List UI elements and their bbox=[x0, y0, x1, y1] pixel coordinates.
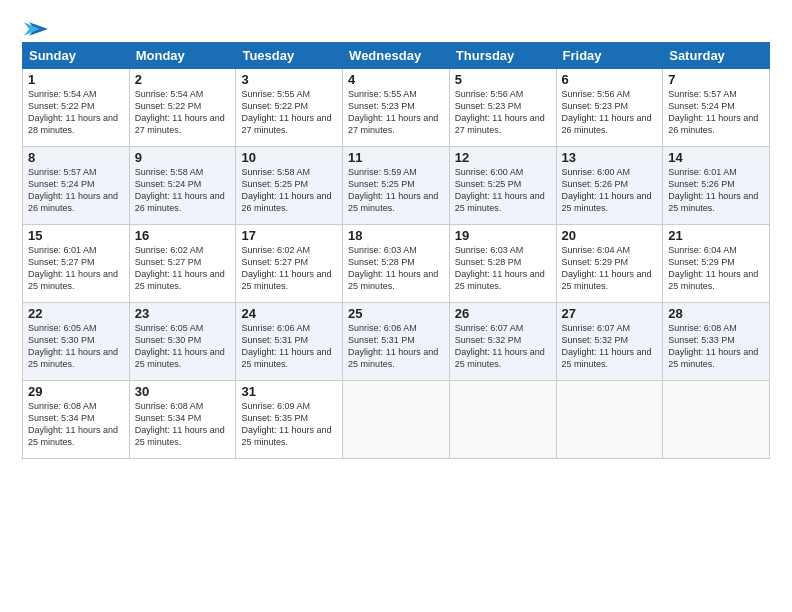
day-info: Sunrise: 5:59 AMSunset: 5:25 PMDaylight:… bbox=[348, 167, 438, 213]
day-number: 31 bbox=[241, 384, 337, 399]
day-info: Sunrise: 6:00 AMSunset: 5:25 PMDaylight:… bbox=[455, 167, 545, 213]
day-number: 29 bbox=[28, 384, 124, 399]
day-cell: 16Sunrise: 6:02 AMSunset: 5:27 PMDayligh… bbox=[129, 225, 236, 303]
day-cell: 1Sunrise: 5:54 AMSunset: 5:22 PMDaylight… bbox=[23, 69, 130, 147]
day-number: 14 bbox=[668, 150, 764, 165]
logo bbox=[22, 22, 48, 36]
day-cell: 20Sunrise: 6:04 AMSunset: 5:29 PMDayligh… bbox=[556, 225, 663, 303]
day-cell: 23Sunrise: 6:05 AMSunset: 5:30 PMDayligh… bbox=[129, 303, 236, 381]
day-cell: 13Sunrise: 6:00 AMSunset: 5:26 PMDayligh… bbox=[556, 147, 663, 225]
day-number: 23 bbox=[135, 306, 231, 321]
day-cell: 4Sunrise: 5:55 AMSunset: 5:23 PMDaylight… bbox=[343, 69, 450, 147]
day-info: Sunrise: 6:04 AMSunset: 5:29 PMDaylight:… bbox=[562, 245, 652, 291]
day-cell: 29Sunrise: 6:08 AMSunset: 5:34 PMDayligh… bbox=[23, 381, 130, 459]
calendar-table: SundayMondayTuesdayWednesdayThursdayFrid… bbox=[22, 42, 770, 459]
day-info: Sunrise: 5:54 AMSunset: 5:22 PMDaylight:… bbox=[28, 89, 118, 135]
day-number: 26 bbox=[455, 306, 551, 321]
header-row: SundayMondayTuesdayWednesdayThursdayFrid… bbox=[23, 43, 770, 69]
day-cell: 19Sunrise: 6:03 AMSunset: 5:28 PMDayligh… bbox=[449, 225, 556, 303]
day-number: 15 bbox=[28, 228, 124, 243]
day-number: 17 bbox=[241, 228, 337, 243]
day-info: Sunrise: 5:56 AMSunset: 5:23 PMDaylight:… bbox=[562, 89, 652, 135]
day-info: Sunrise: 6:03 AMSunset: 5:28 PMDaylight:… bbox=[348, 245, 438, 291]
day-info: Sunrise: 6:04 AMSunset: 5:29 PMDaylight:… bbox=[668, 245, 758, 291]
day-number: 7 bbox=[668, 72, 764, 87]
col-header-wednesday: Wednesday bbox=[343, 43, 450, 69]
day-number: 16 bbox=[135, 228, 231, 243]
day-info: Sunrise: 6:06 AMSunset: 5:31 PMDaylight:… bbox=[241, 323, 331, 369]
day-cell: 27Sunrise: 6:07 AMSunset: 5:32 PMDayligh… bbox=[556, 303, 663, 381]
day-number: 21 bbox=[668, 228, 764, 243]
day-cell: 7Sunrise: 5:57 AMSunset: 5:24 PMDaylight… bbox=[663, 69, 770, 147]
day-cell bbox=[343, 381, 450, 459]
day-info: Sunrise: 6:08 AMSunset: 5:34 PMDaylight:… bbox=[135, 401, 225, 447]
day-cell: 22Sunrise: 6:05 AMSunset: 5:30 PMDayligh… bbox=[23, 303, 130, 381]
day-info: Sunrise: 6:09 AMSunset: 5:35 PMDaylight:… bbox=[241, 401, 331, 447]
header bbox=[22, 18, 770, 36]
day-info: Sunrise: 6:08 AMSunset: 5:33 PMDaylight:… bbox=[668, 323, 758, 369]
day-number: 12 bbox=[455, 150, 551, 165]
day-number: 9 bbox=[135, 150, 231, 165]
day-cell: 17Sunrise: 6:02 AMSunset: 5:27 PMDayligh… bbox=[236, 225, 343, 303]
day-info: Sunrise: 5:55 AMSunset: 5:22 PMDaylight:… bbox=[241, 89, 331, 135]
week-row-3: 15Sunrise: 6:01 AMSunset: 5:27 PMDayligh… bbox=[23, 225, 770, 303]
day-cell bbox=[663, 381, 770, 459]
logo-icon bbox=[24, 22, 48, 36]
col-header-monday: Monday bbox=[129, 43, 236, 69]
week-row-5: 29Sunrise: 6:08 AMSunset: 5:34 PMDayligh… bbox=[23, 381, 770, 459]
day-info: Sunrise: 5:57 AMSunset: 5:24 PMDaylight:… bbox=[668, 89, 758, 135]
day-info: Sunrise: 6:01 AMSunset: 5:27 PMDaylight:… bbox=[28, 245, 118, 291]
day-number: 3 bbox=[241, 72, 337, 87]
day-number: 11 bbox=[348, 150, 444, 165]
week-row-1: 1Sunrise: 5:54 AMSunset: 5:22 PMDaylight… bbox=[23, 69, 770, 147]
day-number: 4 bbox=[348, 72, 444, 87]
day-cell: 5Sunrise: 5:56 AMSunset: 5:23 PMDaylight… bbox=[449, 69, 556, 147]
day-info: Sunrise: 6:08 AMSunset: 5:34 PMDaylight:… bbox=[28, 401, 118, 447]
day-cell: 26Sunrise: 6:07 AMSunset: 5:32 PMDayligh… bbox=[449, 303, 556, 381]
day-cell: 11Sunrise: 5:59 AMSunset: 5:25 PMDayligh… bbox=[343, 147, 450, 225]
day-info: Sunrise: 5:54 AMSunset: 5:22 PMDaylight:… bbox=[135, 89, 225, 135]
day-info: Sunrise: 5:58 AMSunset: 5:25 PMDaylight:… bbox=[241, 167, 331, 213]
col-header-thursday: Thursday bbox=[449, 43, 556, 69]
day-number: 25 bbox=[348, 306, 444, 321]
col-header-tuesday: Tuesday bbox=[236, 43, 343, 69]
day-number: 24 bbox=[241, 306, 337, 321]
day-number: 27 bbox=[562, 306, 658, 321]
day-cell bbox=[556, 381, 663, 459]
day-info: Sunrise: 5:55 AMSunset: 5:23 PMDaylight:… bbox=[348, 89, 438, 135]
day-cell: 3Sunrise: 5:55 AMSunset: 5:22 PMDaylight… bbox=[236, 69, 343, 147]
day-info: Sunrise: 6:05 AMSunset: 5:30 PMDaylight:… bbox=[135, 323, 225, 369]
day-number: 1 bbox=[28, 72, 124, 87]
col-header-saturday: Saturday bbox=[663, 43, 770, 69]
day-cell: 6Sunrise: 5:56 AMSunset: 5:23 PMDaylight… bbox=[556, 69, 663, 147]
day-info: Sunrise: 5:56 AMSunset: 5:23 PMDaylight:… bbox=[455, 89, 545, 135]
day-number: 20 bbox=[562, 228, 658, 243]
day-cell: 15Sunrise: 6:01 AMSunset: 5:27 PMDayligh… bbox=[23, 225, 130, 303]
day-cell: 9Sunrise: 5:58 AMSunset: 5:24 PMDaylight… bbox=[129, 147, 236, 225]
day-number: 10 bbox=[241, 150, 337, 165]
day-info: Sunrise: 6:06 AMSunset: 5:31 PMDaylight:… bbox=[348, 323, 438, 369]
day-cell: 30Sunrise: 6:08 AMSunset: 5:34 PMDayligh… bbox=[129, 381, 236, 459]
day-cell bbox=[449, 381, 556, 459]
day-info: Sunrise: 6:07 AMSunset: 5:32 PMDaylight:… bbox=[455, 323, 545, 369]
day-cell: 31Sunrise: 6:09 AMSunset: 5:35 PMDayligh… bbox=[236, 381, 343, 459]
col-header-sunday: Sunday bbox=[23, 43, 130, 69]
day-number: 18 bbox=[348, 228, 444, 243]
day-info: Sunrise: 6:01 AMSunset: 5:26 PMDaylight:… bbox=[668, 167, 758, 213]
day-cell: 28Sunrise: 6:08 AMSunset: 5:33 PMDayligh… bbox=[663, 303, 770, 381]
day-number: 28 bbox=[668, 306, 764, 321]
day-number: 30 bbox=[135, 384, 231, 399]
page: SundayMondayTuesdayWednesdayThursdayFrid… bbox=[0, 0, 792, 612]
day-cell: 12Sunrise: 6:00 AMSunset: 5:25 PMDayligh… bbox=[449, 147, 556, 225]
day-number: 19 bbox=[455, 228, 551, 243]
day-cell: 25Sunrise: 6:06 AMSunset: 5:31 PMDayligh… bbox=[343, 303, 450, 381]
day-cell: 21Sunrise: 6:04 AMSunset: 5:29 PMDayligh… bbox=[663, 225, 770, 303]
week-row-2: 8Sunrise: 5:57 AMSunset: 5:24 PMDaylight… bbox=[23, 147, 770, 225]
day-cell: 24Sunrise: 6:06 AMSunset: 5:31 PMDayligh… bbox=[236, 303, 343, 381]
week-row-4: 22Sunrise: 6:05 AMSunset: 5:30 PMDayligh… bbox=[23, 303, 770, 381]
day-info: Sunrise: 6:02 AMSunset: 5:27 PMDaylight:… bbox=[135, 245, 225, 291]
day-info: Sunrise: 6:02 AMSunset: 5:27 PMDaylight:… bbox=[241, 245, 331, 291]
day-number: 2 bbox=[135, 72, 231, 87]
day-number: 6 bbox=[562, 72, 658, 87]
day-cell: 10Sunrise: 5:58 AMSunset: 5:25 PMDayligh… bbox=[236, 147, 343, 225]
